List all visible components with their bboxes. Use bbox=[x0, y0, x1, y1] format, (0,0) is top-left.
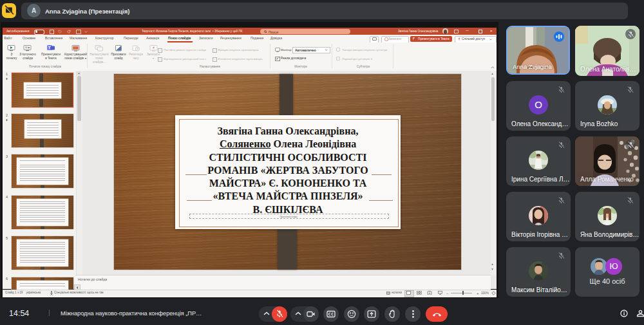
svg-text:T: T bbox=[48, 46, 51, 50]
